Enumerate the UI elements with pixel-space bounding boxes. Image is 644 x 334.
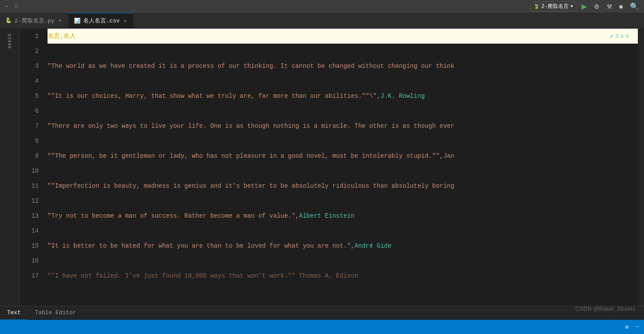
code-line-8 xyxy=(48,134,638,148)
line-3-text: "The world as we have created it is a pr… xyxy=(48,63,454,70)
up-arrow-icon[interactable]: ∧ xyxy=(620,33,624,40)
code-line-5: ""It is our choices, Harry, that show wh… xyxy=(48,89,638,104)
chevron-down-icon: ▼ xyxy=(570,4,573,9)
down-arrow-icon[interactable]: ∨ xyxy=(626,33,629,40)
tab-py-label: 2-爬取名言.py xyxy=(15,17,55,25)
line-num-1: 1 xyxy=(20,29,44,44)
code-line-17: ""I have not failed. I've just found 10,… xyxy=(48,268,638,283)
line-17-text: ""I have not failed. I've just found 10,… xyxy=(48,272,358,279)
code-line-10 xyxy=(48,163,638,178)
tab-py-close[interactable]: ✕ xyxy=(57,17,63,24)
csv-file-icon: 📊 xyxy=(74,18,81,24)
window-close-btn[interactable]: — xyxy=(4,4,10,10)
bottom-tabs: Text Table Editor xyxy=(0,306,644,320)
code-line-12 xyxy=(48,193,638,208)
status-gear-icon[interactable]: ⚙ xyxy=(626,324,629,330)
code-line-4 xyxy=(48,74,638,89)
code-line-9: ""The person, be it gentleman or lady, w… xyxy=(48,148,638,163)
bottom-tab-table-editor-label: Table Editor xyxy=(35,309,76,316)
line-11-text: ""Imperfection is beauty, madness is gen… xyxy=(48,182,454,189)
csv-header-text: 名言,名人 xyxy=(48,32,76,40)
line-7-text: "There are only two ways to live your li… xyxy=(48,122,454,130)
validation-badge: ✔ 3 ∧ ∨ xyxy=(610,33,629,40)
editor-area: 1 2 3 4 5 6 7 8 9 10 11 12 13 14 15 16 1… xyxy=(20,29,644,306)
code-line-7: "There are only two ways to live your li… xyxy=(48,119,638,134)
line-13-name: Albert Einstein xyxy=(299,212,354,219)
line-num-4: 4 xyxy=(20,74,44,89)
line-num-3: 3 xyxy=(20,59,44,74)
line-15-quote: "It is better to be hated for what you a… xyxy=(48,242,354,249)
bottom-tab-table-editor[interactable]: Table Editor xyxy=(28,306,83,320)
stop-button[interactable]: ■ xyxy=(618,2,625,11)
line-13-quote: "Try not to become a man of success. Rat… xyxy=(48,212,299,219)
line-num-12: 12 xyxy=(20,193,44,208)
sidebar: eek13 xyxy=(0,29,20,306)
line-15-name: André Gide xyxy=(354,242,391,249)
bottom-tab-text[interactable]: Text xyxy=(0,306,28,320)
line-num-2: 2 xyxy=(20,44,44,59)
title-bar-left: — □ xyxy=(4,4,19,10)
status-right: ⚙ − xyxy=(626,324,639,330)
code-line-15: "It is better to be hated for what you a… xyxy=(48,238,638,253)
line-num-11: 11 xyxy=(20,178,44,193)
line-5-name: J.K. Rowling xyxy=(380,93,425,100)
code-line-3: "The world as we have created it is a pr… xyxy=(48,59,638,74)
code-line-16 xyxy=(48,253,638,268)
tab-csv-close[interactable]: ✕ xyxy=(122,18,128,24)
line-num-14: 14 xyxy=(20,223,44,238)
watermark: CSDN @Baker_Streets xyxy=(575,305,635,312)
search-button[interactable]: 🔍 xyxy=(628,1,640,11)
code-line-6 xyxy=(48,104,638,119)
line-5-quote: ""It is our choices, Harry, that show wh… xyxy=(48,93,380,100)
line-num-7: 7 xyxy=(20,119,44,134)
tab-bar: 🐍 2-爬取名言.py ✕ 📊 名人名言.csv ✕ xyxy=(0,13,644,29)
code-line-11: ""Imperfection is beauty, madness is gen… xyxy=(48,178,638,193)
tab-csv-label: 名人名言.csv xyxy=(83,17,120,25)
run-dropdown-label: 2-爬取名言 xyxy=(541,3,569,10)
status-minus-icon[interactable]: − xyxy=(636,324,639,330)
code-content[interactable]: 名言,名人 ✔ 3 ∧ ∨ "The world as we have crea… xyxy=(44,29,638,306)
sidebar-file-label: eek13 xyxy=(7,34,12,48)
run-button[interactable]: ▶ xyxy=(580,1,589,11)
line-num-17: 17 xyxy=(20,268,44,283)
run-dropdown-icon: 🍃 xyxy=(534,4,540,9)
tab-py[interactable]: 🐍 2-爬取名言.py ✕ xyxy=(0,13,69,28)
bottom-tab-text-label: Text xyxy=(7,309,21,316)
python-file-icon: 🐍 xyxy=(5,17,12,24)
checkmark-icon: ✔ xyxy=(610,33,614,40)
window-pin-btn[interactable]: □ xyxy=(13,4,19,10)
top-right-controls: 🍃 2-爬取名言 ▼ ▶ ⚙ ⚒ ■ 🔍 xyxy=(530,1,640,11)
line-num-9: 9 xyxy=(20,148,44,163)
line-num-6: 6 xyxy=(20,104,44,119)
status-bar: ⚙ − xyxy=(0,320,644,334)
code-line-14 xyxy=(48,223,638,238)
line-num-15: 15 xyxy=(20,238,44,253)
line-9-text: ""The person, be it gentleman or lady, w… xyxy=(48,152,454,160)
line-num-10: 10 xyxy=(20,163,44,178)
scroll-indicator xyxy=(638,29,644,306)
build-button[interactable]: ⚒ xyxy=(605,2,614,11)
tab-csv[interactable]: 📊 名人名言.csv ✕ xyxy=(69,13,134,28)
code-line-2 xyxy=(48,44,638,59)
line-numbers: 1 2 3 4 5 6 7 8 9 10 11 12 13 14 15 16 1… xyxy=(20,29,44,306)
validation-count: 3 xyxy=(615,33,619,40)
line-num-8: 8 xyxy=(20,134,44,148)
line-num-16: 16 xyxy=(20,253,44,268)
code-line-1: 名言,名人 ✔ 3 ∧ ∨ xyxy=(48,29,638,44)
scrollbar[interactable] xyxy=(638,29,644,306)
line-num-5: 5 xyxy=(20,89,44,104)
title-bar: — □ 🍃 2-爬取名言 ▼ ▶ ⚙ ⚒ ■ 🔍 xyxy=(0,0,644,13)
settings-button[interactable]: ⚙ xyxy=(592,2,601,11)
code-line-13: "Try not to become a man of success. Rat… xyxy=(48,208,638,223)
line-num-13: 13 xyxy=(20,208,44,223)
main-area: eek13 1 2 3 4 5 6 7 8 9 10 11 12 13 14 1… xyxy=(0,29,644,306)
run-dropdown[interactable]: 🍃 2-爬取名言 ▼ xyxy=(530,1,576,11)
